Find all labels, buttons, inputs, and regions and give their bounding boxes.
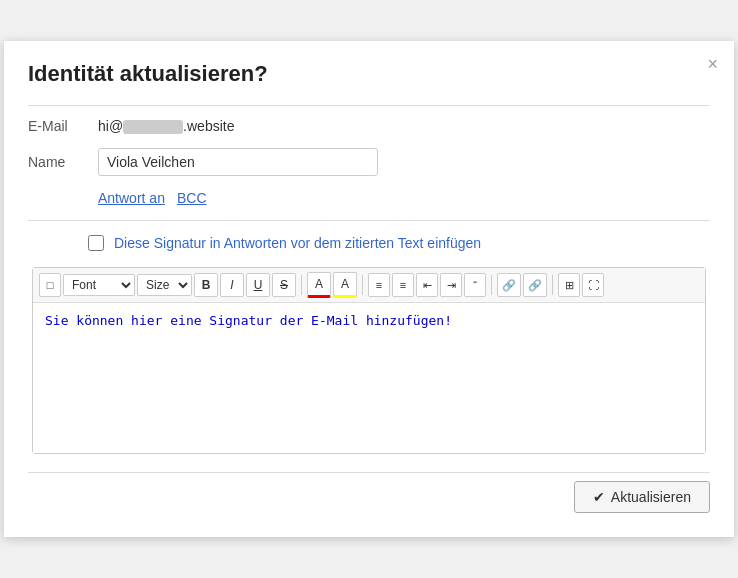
email-value: hi@.website [98,118,234,134]
divider-top [28,105,710,106]
signature-checkbox[interactable] [88,235,104,251]
dialog-title: Identität aktualisieren? [28,61,710,87]
dialog: Identität aktualisieren? × E-Mail hi@.we… [4,41,734,537]
name-row: Name [28,148,710,176]
bg-color-button[interactable]: A [333,272,357,298]
signature-checkbox-row: Diese Signatur in Antworten vor dem ziti… [88,235,710,251]
section-divider [28,220,710,221]
footer-row: ✔ Aktualisieren [28,472,710,513]
toolbar-sep-3 [491,275,492,295]
toolbar-sep-1 [301,275,302,295]
name-input[interactable] [98,148,378,176]
blockquote-button[interactable]: “ [464,273,486,297]
ul-button[interactable]: ≡ [392,273,414,297]
toolbar-sep-4 [552,275,553,295]
checkmark-icon: ✔ [593,489,605,505]
update-button[interactable]: ✔ Aktualisieren [574,481,710,513]
unlink-button[interactable]: 🔗 [523,273,547,297]
email-blurred [123,120,183,134]
bcc-link[interactable]: BCC [177,190,207,206]
close-button[interactable]: × [707,55,718,73]
ol-button[interactable]: ≡ [368,273,390,297]
image-button[interactable]: ⛶ [582,273,604,297]
italic-button[interactable]: I [220,273,244,297]
editor-body[interactable]: Sie können hier eine Signatur der E-Mail… [33,303,705,453]
bold-button[interactable]: B [194,273,218,297]
editor-content: Sie können hier eine Signatur der E-Mail… [45,313,452,328]
links-row: Antwort an BCC [98,190,710,206]
source-button[interactable]: □ [39,273,61,297]
email-label: E-Mail [28,118,98,134]
table-button[interactable]: ⊞ [558,273,580,297]
editor-container: □ Font Size B I U S A A ≡ [32,267,706,454]
signature-checkbox-label: Diese Signatur in Antworten vor dem ziti… [114,235,481,251]
reply-to-link[interactable]: Antwort an [98,190,165,206]
editor-toolbar: □ Font Size B I U S A A ≡ [33,268,705,303]
email-row: E-Mail hi@.website [28,118,710,134]
font-select[interactable]: Font [63,274,135,296]
indent-less-button[interactable]: ⇤ [416,273,438,297]
underline-button[interactable]: U [246,273,270,297]
strikethrough-button[interactable]: S [272,273,296,297]
font-color-button[interactable]: A [307,272,331,298]
indent-more-button[interactable]: ⇥ [440,273,462,297]
name-label: Name [28,154,98,170]
toolbar-sep-2 [362,275,363,295]
update-label: Aktualisieren [611,489,691,505]
link-button[interactable]: 🔗 [497,273,521,297]
size-select[interactable]: Size [137,274,192,296]
